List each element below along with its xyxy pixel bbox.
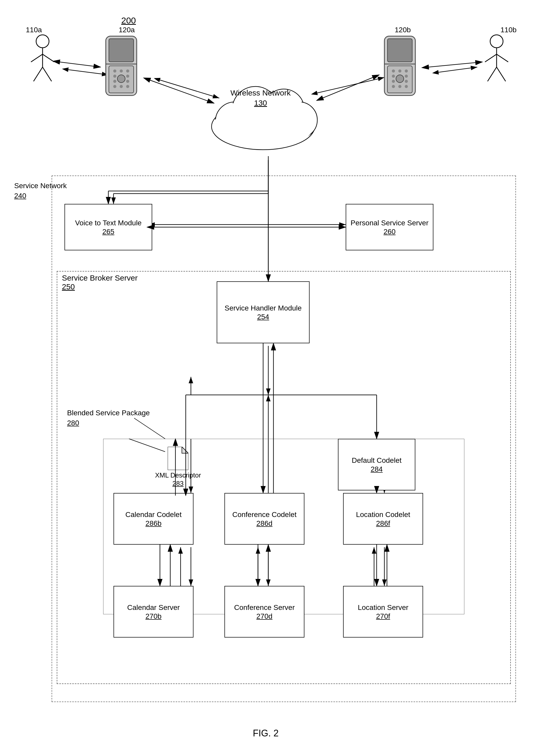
person-a-figure [26,34,59,85]
svg-line-33 [496,54,508,62]
diagram: 200 110a 110b [0,0,534,756]
svg-point-47 [126,80,129,83]
svg-point-60 [405,75,408,78]
svg-point-42 [120,69,123,72]
svg-line-82 [322,75,379,98]
phone-a-icon [98,34,150,101]
conference-server-box: Conference Server 270d [224,586,304,637]
service-handler-module-box: Service Handler Module 254 [217,281,310,343]
phone-b-icon [377,34,428,101]
location-codelet-box: Location Codelet 286f [343,493,423,545]
svg-point-45 [126,75,129,78]
phone-a-label: 120a [119,26,135,34]
svg-point-63 [392,85,395,88]
service-broker-server-label: Service Broker Server 250 [62,274,138,291]
svg-point-30 [490,35,503,48]
blended-service-package-label: Blended Service Package 280 [67,408,150,428]
svg-point-57 [398,69,401,72]
svg-line-34 [488,67,496,81]
figure-caption: FIG. 2 [232,728,299,739]
svg-line-4 [317,77,384,93]
svg-rect-52 [388,39,412,62]
svg-point-62 [405,80,408,83]
default-codelet-box: Default Codelet 284 [338,439,415,490]
person-a-label: 110a [26,26,42,34]
svg-point-65 [405,85,408,88]
wireless-network-cloud [201,65,325,155]
person-b-figure [480,34,513,85]
svg-point-64 [398,85,401,88]
svg-point-61 [392,80,395,83]
location-server-box: Location Server 270f [343,586,423,637]
svg-rect-37 [109,39,134,62]
svg-point-59 [392,75,395,78]
svg-point-24 [36,35,49,48]
svg-point-41 [113,69,116,72]
svg-point-54 [396,75,404,83]
svg-point-39 [117,75,125,83]
svg-line-28 [34,67,42,81]
svg-line-80 [59,62,101,67]
svg-line-83 [428,62,482,67]
svg-point-46 [113,80,116,83]
svg-point-75 [283,103,316,137]
ref-200-label: 200 [121,15,136,26]
svg-line-32 [485,54,496,62]
phone-b-label: 120b [395,26,411,34]
svg-point-48 [113,85,116,88]
svg-line-29 [42,67,52,81]
voice-to-text-box: Voice to Text Module 265 [64,204,152,250]
svg-line-27 [42,54,54,62]
svg-point-58 [405,69,408,72]
svg-marker-77 [182,447,188,453]
svg-point-43 [126,69,129,72]
svg-point-50 [126,85,129,88]
svg-point-49 [120,85,123,88]
personal-service-server-box: Personal Service Server 260 [346,204,433,250]
person-b-label: 110b [500,26,517,34]
wireless-network-label: Wireless Network 130 [224,88,297,108]
svg-point-56 [392,69,395,72]
calendar-codelet-box: Calendar Codelet 286b [114,493,193,545]
calendar-server-box: Calendar Server 270b [114,586,193,637]
svg-line-35 [496,67,506,81]
svg-point-44 [113,75,116,78]
svg-line-5 [439,67,477,72]
svg-line-26 [31,54,42,62]
xml-descriptor-box: XML Descriptor 283 [144,439,212,496]
conference-codelet-box: Conference Codelet 286d [224,493,304,545]
